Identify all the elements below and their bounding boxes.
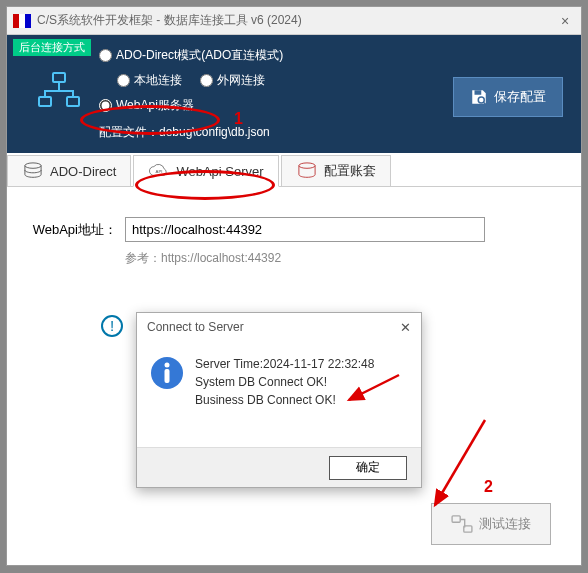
save-config-button[interactable]: 保存配置 — [453, 77, 563, 117]
webapi-ref-row: 参考：https://localhost:44392 — [125, 250, 561, 267]
radio-webapi-label: WebApi服务器 — [116, 97, 194, 114]
save-icon — [470, 88, 488, 106]
tab-accounts[interactable]: 配置账套 — [281, 155, 391, 186]
radio-local[interactable]: 本地连接 — [117, 72, 182, 89]
dialog-title: Connect to Server — [147, 320, 400, 334]
database-icon — [22, 162, 44, 180]
dialog-ok-button[interactable]: 确定 — [329, 456, 407, 480]
webapi-url-label: WebApi地址： — [27, 221, 117, 239]
connection-mode-panel: 后台连接方式 ADO-Direct模式(ADO直连模式) 本地连接 外网连接 W… — [7, 35, 581, 153]
config-path: debug\config\db.json — [159, 125, 270, 139]
test-btn-label: 测试连接 — [479, 515, 531, 533]
config-path-row: 配置文件：debug\config\db.json — [99, 124, 569, 141]
tab-webapi-label: WebApi Server — [176, 164, 263, 179]
svg-point-7 — [299, 163, 315, 168]
close-icon[interactable]: × — [555, 13, 575, 29]
webapi-url-input[interactable] — [125, 217, 485, 242]
svg-rect-0 — [53, 73, 65, 82]
test-connection-button[interactable]: 测试连接 — [431, 503, 551, 545]
radio-local-label: 本地连接 — [134, 72, 182, 89]
radio-ado-label: ADO-Direct模式(ADO直连模式) — [116, 47, 283, 64]
network-icon — [37, 71, 81, 111]
config-prefix: 配置文件： — [99, 125, 159, 139]
radio-external[interactable]: 外网连接 — [200, 72, 265, 89]
info-icon: ! — [101, 315, 123, 337]
dialog-message: Server Time:2024-11-17 22:32:48 System D… — [195, 355, 374, 433]
dialog-info-icon — [149, 355, 185, 391]
svg-text:API: API — [156, 169, 163, 174]
app-logo-icon — [13, 14, 31, 28]
tab-webapi[interactable]: API WebApi Server — [133, 155, 278, 187]
save-btn-label: 保存配置 — [494, 88, 546, 106]
cloud-api-icon: API — [148, 162, 170, 180]
svg-rect-2 — [67, 97, 79, 106]
connect-dialog: Connect to Server ✕ Server Time:2024-11-… — [136, 312, 422, 488]
panel-tag: 后台连接方式 — [13, 39, 91, 56]
window-title: C/S系统软件开发框架 - 数据库连接工具 v6 (2024) — [37, 12, 555, 29]
svg-rect-3 — [475, 90, 482, 95]
tab-bar: ADO-Direct API WebApi Server 配置账套 — [7, 155, 581, 187]
radio-ado-direct[interactable]: ADO-Direct模式(ADO直连模式) — [99, 47, 283, 64]
svg-rect-8 — [452, 516, 460, 522]
dialog-line3: Business DB Connect OK! — [195, 391, 374, 409]
dialog-line2: System DB Connect OK! — [195, 373, 374, 391]
ref-prefix: 参考： — [125, 251, 161, 265]
dialog-line1: Server Time:2024-11-17 22:32:48 — [195, 355, 374, 373]
svg-point-5 — [25, 163, 41, 168]
tab-ado-label: ADO-Direct — [50, 164, 116, 179]
ref-url: https://localhost:44392 — [161, 251, 281, 265]
radio-webapi[interactable]: WebApi服务器 — [99, 97, 194, 114]
link-icon — [451, 515, 473, 533]
svg-rect-1 — [39, 97, 51, 106]
titlebar: C/S系统软件开发框架 - 数据库连接工具 v6 (2024) × — [7, 7, 581, 35]
database2-icon — [296, 162, 318, 180]
tab-ado-direct[interactable]: ADO-Direct — [7, 155, 131, 186]
svg-rect-12 — [165, 369, 170, 383]
svg-point-11 — [165, 363, 170, 368]
dialog-close-icon[interactable]: ✕ — [400, 320, 411, 335]
radio-external-label: 外网连接 — [217, 72, 265, 89]
tab-accounts-label: 配置账套 — [324, 162, 376, 180]
